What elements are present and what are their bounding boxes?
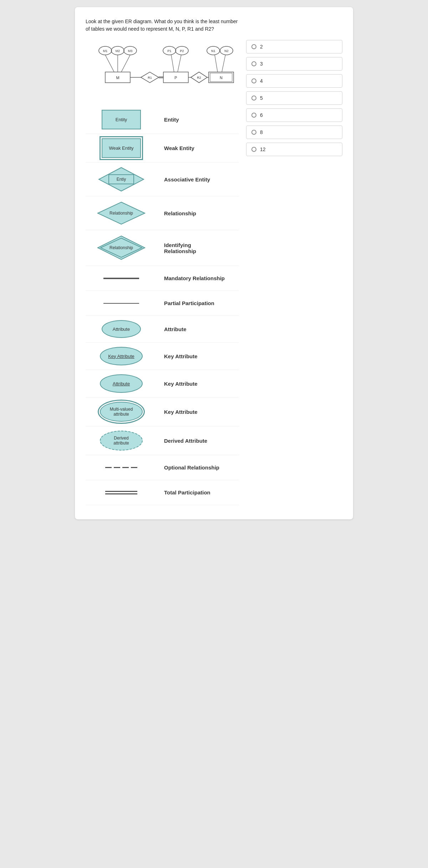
label-optional: Optional Relationship xyxy=(157,464,219,471)
er-diagram-svg: M1 M2 M3 M R1 xyxy=(86,43,239,93)
symbol-multivalued: Multi-valuedattribute xyxy=(86,402,157,422)
key-attribute2-shape: Attribute xyxy=(100,374,143,393)
label-multivalued: Key Attribute xyxy=(157,409,198,415)
legend-row-assoc-entity: Entiy Associative Entity xyxy=(86,163,239,196)
identifying-rel-svg: Relationship xyxy=(96,235,146,261)
svg-text:M3: M3 xyxy=(128,49,133,53)
svg-text:R1: R1 xyxy=(148,76,152,79)
legend-row-identifying-rel: Relationship IdentifyingRelationship xyxy=(86,230,239,266)
option-2-label: 2 xyxy=(260,44,263,50)
right-panel: 2 3 4 5 6 8 12 xyxy=(246,40,342,505)
main-card: Look at the given ER diagram. What do yo… xyxy=(75,7,353,519)
svg-text:Relationship: Relationship xyxy=(109,245,133,250)
svg-text:P2: P2 xyxy=(180,49,184,53)
svg-line-30 xyxy=(215,55,218,72)
option-6[interactable]: 6 xyxy=(246,108,342,122)
option-12[interactable]: 12 xyxy=(246,143,342,156)
legend-row-attribute: Attribute Attribute xyxy=(86,316,239,343)
legend-row-relationship: Relationship Relationship xyxy=(86,196,239,230)
assoc-entity-svg: Entiy xyxy=(98,167,144,192)
multivalued-shape: Multi-valuedattribute xyxy=(100,402,143,422)
label-relationship: Relationship xyxy=(157,210,196,216)
option-8-label: 8 xyxy=(260,129,263,135)
relationship-svg: Relationship xyxy=(96,201,146,226)
symbol-key-attribute2: Attribute xyxy=(86,374,157,393)
er-diagram: M1 M2 M3 M R1 xyxy=(86,40,239,98)
symbol-key-attribute: Key Attribute xyxy=(86,347,157,365)
dash3 xyxy=(122,467,129,468)
label-weak-entity: Weak Entity xyxy=(157,145,194,151)
label-derived: Derived Attribute xyxy=(157,438,207,444)
option-3[interactable]: 3 xyxy=(246,57,342,71)
svg-text:M: M xyxy=(116,76,119,80)
svg-text:P1: P1 xyxy=(167,49,171,53)
label-key-attribute: Key Attribute xyxy=(157,353,198,359)
radio-circle-3 xyxy=(251,61,256,66)
legend-row-optional: Optional Relationship xyxy=(86,455,239,480)
option-8[interactable]: 8 xyxy=(246,125,342,139)
svg-line-19 xyxy=(178,55,181,72)
label-entity: Entity xyxy=(157,117,179,123)
option-3-label: 3 xyxy=(260,61,263,67)
label-total: Total Participation xyxy=(157,489,210,495)
svg-line-18 xyxy=(171,55,174,72)
symbol-total xyxy=(86,491,157,494)
svg-line-8 xyxy=(121,55,130,72)
symbol-optional xyxy=(86,467,157,468)
legend-row-entity: Entity Entity xyxy=(86,106,239,134)
svg-text:P: P xyxy=(174,76,177,80)
symbol-assoc-entity: Entiy xyxy=(86,167,157,192)
option-2[interactable]: 2 xyxy=(246,40,342,53)
svg-line-6 xyxy=(105,55,114,72)
label-attribute: Attribute xyxy=(157,326,187,332)
symbol-partial xyxy=(86,303,157,304)
label-identifying-rel: IdentifyingRelationship xyxy=(157,242,196,254)
svg-text:N2: N2 xyxy=(224,49,229,53)
dash2 xyxy=(114,467,120,468)
weak-entity-shape: Weak Entity xyxy=(102,138,141,158)
svg-text:Relationship: Relationship xyxy=(109,211,133,216)
legend-row-weak-entity: Weak Entity Weak Entity xyxy=(86,134,239,163)
svg-text:M1: M1 xyxy=(103,49,108,53)
legend-row-derived: Derivedattribute Derived Attribute xyxy=(86,426,239,455)
question-text: Look at the given ER diagram. What do yo… xyxy=(86,18,243,33)
symbol-relationship: Relationship xyxy=(86,201,157,226)
svg-line-31 xyxy=(222,55,225,72)
option-6-label: 6 xyxy=(260,112,263,118)
option-5[interactable]: 5 xyxy=(246,91,342,105)
legend-row-multivalued: Multi-valuedattribute Key Attribute xyxy=(86,397,239,426)
svg-text:M2: M2 xyxy=(116,49,120,53)
legend-row-partial: Partial Participation xyxy=(86,291,239,316)
partial-line xyxy=(103,303,139,304)
legend-row-key-attribute2: Attribute Key Attribute xyxy=(86,370,239,397)
total-line2 xyxy=(105,493,137,494)
symbol-attribute: Attribute xyxy=(86,320,157,338)
option-5-label: 5 xyxy=(260,95,263,101)
option-12-label: 12 xyxy=(260,147,266,152)
legend-row-mandatory: Mandatory Relationship xyxy=(86,266,239,291)
dash1 xyxy=(105,467,112,468)
radio-circle-12 xyxy=(251,147,256,152)
derived-shape: Derivedattribute xyxy=(100,431,143,451)
option-4-label: 4 xyxy=(260,78,263,84)
dash4 xyxy=(131,467,137,468)
option-4[interactable]: 4 xyxy=(246,74,342,88)
label-partial: Partial Participation xyxy=(157,300,214,306)
radio-circle-5 xyxy=(251,96,256,101)
symbol-identifying-rel: Relationship xyxy=(86,235,157,261)
symbol-derived: Derivedattribute xyxy=(86,431,157,451)
radio-circle-4 xyxy=(251,78,256,83)
svg-text:R2: R2 xyxy=(197,76,201,79)
total-line1 xyxy=(105,491,137,492)
legend-row-key-attribute: Key Attribute Key Attribute xyxy=(86,343,239,370)
mandatory-line xyxy=(103,278,139,279)
legend-row-total: Total Participation xyxy=(86,480,239,505)
radio-circle-2 xyxy=(251,44,256,49)
main-layout: M1 M2 M3 M R1 xyxy=(86,40,342,505)
left-panel: M1 M2 M3 M R1 xyxy=(86,40,239,505)
total-line xyxy=(105,491,137,494)
symbol-entity: Entity xyxy=(86,110,157,129)
svg-text:N: N xyxy=(220,76,223,80)
svg-text:Entiy: Entiy xyxy=(117,177,126,182)
symbol-weak-entity: Weak Entity xyxy=(86,138,157,158)
